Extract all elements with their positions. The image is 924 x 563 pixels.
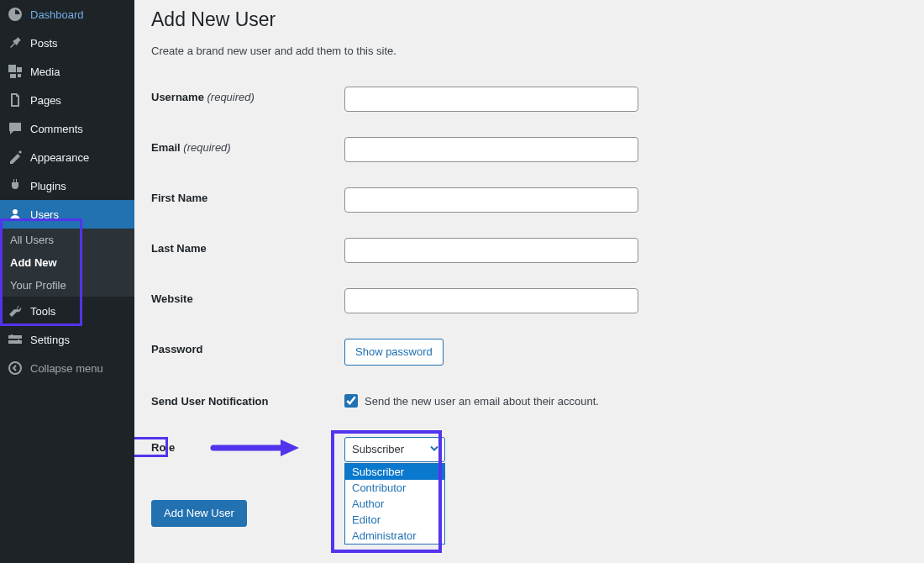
role-select[interactable]: Subscriber [344, 437, 445, 462]
sidebar-item-plugins[interactable]: Plugins [0, 171, 134, 200]
sidebar-item-tools[interactable]: Tools [0, 297, 134, 325]
users-icon [7, 206, 24, 223]
submenu-your-profile[interactable]: Your Profile [0, 274, 134, 297]
pin-icon [7, 34, 24, 51]
role-option-author[interactable]: Author [345, 496, 444, 512]
sidebar-item-label: Pages [30, 94, 61, 107]
sidebar-collapse-label: Collapse menu [30, 362, 103, 375]
settings-icon [7, 331, 24, 348]
password-label: Password [151, 326, 336, 378]
role-option-editor[interactable]: Editor [345, 512, 444, 528]
role-dropdown: Subscriber Contributor Author Editor Adm… [344, 463, 445, 545]
website-label: Website [151, 276, 336, 326]
sidebar-item-label: Dashboard [30, 8, 84, 21]
page-title: Add New User [151, 0, 907, 36]
notification-label: Send User Notification [151, 378, 336, 424]
users-submenu: All Users Add New Your Profile [0, 229, 134, 297]
first-name-input[interactable] [344, 187, 638, 213]
svg-point-0 [9, 362, 21, 374]
username-input[interactable] [344, 87, 638, 112]
main-content: Add New User Create a brand new user and… [134, 0, 924, 563]
appearance-icon [7, 149, 24, 166]
sidebar-item-media[interactable]: Media [0, 57, 134, 86]
sidebar-item-label: Settings [30, 334, 70, 346]
svg-marker-2 [281, 439, 299, 456]
sidebar-item-comments[interactable]: Comments [0, 114, 134, 143]
email-input[interactable] [344, 137, 638, 162]
dashboard-icon [7, 6, 24, 23]
comments-icon [7, 120, 24, 137]
annotation-arrow [210, 438, 302, 460]
sidebar-item-dashboard[interactable]: Dashboard [0, 0, 134, 29]
notification-checkbox[interactable] [344, 394, 358, 408]
website-input[interactable] [344, 288, 638, 313]
sidebar-item-label: Media [30, 66, 60, 78]
sidebar-collapse[interactable]: Collapse menu [0, 354, 134, 382]
add-new-user-button[interactable]: Add New User [151, 500, 247, 527]
media-icon [7, 63, 24, 80]
sidebar-item-label: Posts [30, 37, 58, 50]
first-name-label: First Name [151, 175, 336, 225]
sidebar-item-label: Plugins [30, 180, 66, 192]
role-option-administrator[interactable]: Administrator [345, 528, 444, 544]
last-name-label: Last Name [151, 225, 336, 276]
chevron-down-icon [429, 443, 439, 455]
submenu-all-users[interactable]: All Users [0, 229, 134, 251]
sidebar-item-label: Comments [30, 123, 83, 135]
sidebar-item-appearance[interactable]: Appearance [0, 143, 134, 171]
username-label: Username (required) [151, 74, 336, 124]
sidebar-item-label: Tools [30, 305, 55, 318]
sidebar-item-label: Users [30, 208, 59, 221]
tools-icon [7, 303, 24, 319]
role-selected-value: Subscriber [352, 443, 404, 455]
sidebar-item-settings[interactable]: Settings [0, 325, 134, 354]
email-label: Email (required) [151, 124, 336, 175]
plugins-icon [7, 177, 24, 194]
submenu-add-new[interactable]: Add New [0, 251, 134, 274]
collapse-icon [7, 360, 24, 376]
role-option-contributor[interactable]: Contributor [345, 480, 444, 496]
show-password-button[interactable]: Show password [344, 339, 444, 366]
pages-icon [7, 92, 24, 108]
last-name-input[interactable] [344, 238, 638, 263]
sidebar-item-pages[interactable]: Pages [0, 86, 134, 114]
role-option-subscriber[interactable]: Subscriber [345, 464, 444, 480]
page-subtitle: Create a brand new user and add them to … [151, 45, 907, 57]
sidebar-item-users[interactable]: Users [0, 200, 134, 229]
notification-checkbox-label: Send the new user an email about their a… [365, 395, 599, 408]
user-form: Username (required) Email (required) Fir… [151, 74, 907, 475]
admin-sidebar: Dashboard Posts Media Pages Comments App… [0, 0, 134, 563]
role-select-wrapper: Subscriber Subscriber Contributor Author… [344, 437, 445, 462]
sidebar-item-posts[interactable]: Posts [0, 29, 134, 57]
sidebar-item-label: Appearance [30, 151, 89, 164]
